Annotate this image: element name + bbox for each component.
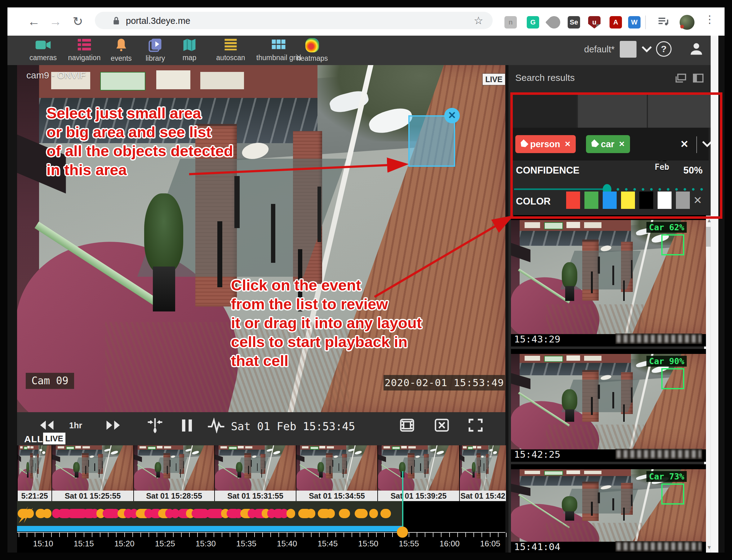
search-result-thumb[interactable]: Car 90%15:42:25 xyxy=(511,349,706,462)
rewind-button[interactable] xyxy=(38,419,55,433)
chip-remove-icon[interactable]: ✕ xyxy=(619,140,625,148)
tab-today[interactable]: TODAY xyxy=(511,95,577,128)
color-swatch-5[interactable] xyxy=(639,192,653,209)
filmstrip-tile[interactable]: Sat 01 15:34:55 xyxy=(296,445,377,501)
events-activity-button[interactable] xyxy=(207,418,225,434)
event-dot-motion[interactable] xyxy=(43,509,51,518)
filmstrip-tile[interactable]: Sat 01 15:25:55 xyxy=(51,445,133,501)
fast-forward-button[interactable] xyxy=(104,419,122,433)
clear-filters-icon[interactable]: ✕ xyxy=(680,138,689,150)
color-swatch-1[interactable] xyxy=(566,192,580,209)
color-swatch-6[interactable] xyxy=(658,192,672,209)
grammarly-icon[interactable]: G xyxy=(527,16,539,29)
scene-shape xyxy=(525,471,540,474)
scene-shape xyxy=(310,446,318,450)
fullscreen-button[interactable] xyxy=(467,417,484,434)
scroll-up-icon[interactable]: ▲ xyxy=(707,218,711,224)
timeline-tick xyxy=(205,533,206,537)
area-selection-box[interactable] xyxy=(408,115,455,167)
scene-shape xyxy=(30,446,33,448)
shield-up-icon[interactable]: u1 xyxy=(588,16,601,29)
browser-reload-button[interactable]: ↻ xyxy=(69,13,86,30)
scrollbar-thumb[interactable] xyxy=(706,227,711,247)
scene-shape xyxy=(27,446,30,448)
filmstrip-preview-frame xyxy=(215,445,296,491)
filmstrip-tile[interactable]: Sat 01 15:42 xyxy=(459,445,506,501)
scene-shape xyxy=(332,460,333,467)
scroll-down-icon[interactable]: ▼ xyxy=(707,545,711,551)
scene-shape xyxy=(157,446,162,448)
user-account-icon[interactable] xyxy=(688,41,704,58)
nav-item-navigation[interactable]: navigation xyxy=(63,38,106,62)
color-swatch-7[interactable] xyxy=(676,192,690,209)
page-scrollbar[interactable] xyxy=(711,36,718,553)
nav-item-heatmaps[interactable]: heatmaps xyxy=(292,38,332,63)
nav-item-autoscan[interactable]: autoscan xyxy=(209,38,252,62)
browser-menu-icon[interactable]: ⋮ xyxy=(704,13,715,25)
playhead-handle[interactable] xyxy=(397,527,408,538)
bookmark-star-icon[interactable]: ☆ xyxy=(474,14,483,27)
event-dot-motion[interactable] xyxy=(369,509,378,518)
expand-filters-chevron-icon[interactable] xyxy=(702,140,711,149)
layout-selector-label[interactable]: default* xyxy=(584,44,615,55)
avatar[interactable] xyxy=(680,15,695,30)
detection-box xyxy=(661,234,684,255)
reading-list-icon[interactable] xyxy=(655,15,672,32)
timeline[interactable]: 15:1015:1515:2015:2515:3015:3515:4015:45… xyxy=(17,501,505,553)
scene-shape xyxy=(229,479,270,491)
extension-gray-icon[interactable]: n xyxy=(505,16,517,29)
scene-shape xyxy=(138,450,183,456)
browser-forward-button[interactable]: → xyxy=(47,13,64,30)
nav-item-library[interactable]: library xyxy=(138,38,172,63)
chevron-down-icon[interactable] xyxy=(642,46,652,54)
popout-icon[interactable] xyxy=(675,73,686,84)
word-icon[interactable]: W xyxy=(628,16,641,29)
scene-shape xyxy=(612,498,614,511)
filmstrip-tile[interactable]: Sat 01 15:31:55 xyxy=(214,445,296,501)
tab-sat-01-feb[interactable]: Sat 01 Feb xyxy=(648,95,711,128)
grid-icon xyxy=(271,38,286,53)
main-video-cell[interactable]: cam9 - ONVIF LIVE ✕ Select just small ar… xyxy=(17,65,505,412)
filmstrip-preview-frame xyxy=(52,445,133,491)
nav-item-cameras[interactable]: cameras xyxy=(23,38,63,62)
color-swatch-3[interactable] xyxy=(603,192,617,209)
clear-color-icon[interactable]: ✕ xyxy=(693,194,702,206)
playback-speed-label[interactable]: 1hr xyxy=(69,421,82,430)
filmstrip-toggle-icon[interactable] xyxy=(399,417,416,434)
filmstrip-tile[interactable]: Sat 01 15:39:25 xyxy=(377,445,459,501)
close-cell-icon[interactable] xyxy=(433,417,451,434)
scene-shape xyxy=(488,461,489,468)
search-result-thumb[interactable]: Car 62%15:43:29 xyxy=(511,215,706,346)
color-swatch-2[interactable] xyxy=(584,192,598,209)
help-button[interactable]: ? xyxy=(656,41,672,57)
event-dot-motion[interactable] xyxy=(339,509,350,518)
layout-preview-swatch[interactable] xyxy=(620,41,637,58)
scene-shape xyxy=(544,222,563,229)
pause-button[interactable] xyxy=(181,418,193,434)
filmstrip-tile[interactable]: Sat 01 15:28:55 xyxy=(133,445,214,501)
event-dot-motion[interactable] xyxy=(286,509,295,518)
color-swatch-4[interactable] xyxy=(621,192,635,209)
filter-chip-person[interactable]: person✕ xyxy=(515,135,576,153)
event-dot-motion[interactable] xyxy=(381,509,391,518)
selection-close-icon[interactable]: ✕ xyxy=(444,108,460,123)
browser-back-button[interactable]: ← xyxy=(25,13,42,30)
chip-remove-icon[interactable]: ✕ xyxy=(565,140,571,148)
go-to-time-button[interactable] xyxy=(147,417,163,435)
event-dot-motion[interactable] xyxy=(326,509,335,518)
selenium-ide-icon[interactable]: Se xyxy=(568,16,580,29)
dock-panel-icon[interactable] xyxy=(693,73,704,84)
address-bar[interactable]: portal.3deye.me ☆ xyxy=(95,12,493,29)
search-result-thumb[interactable]: Car 73%15:41:04 xyxy=(511,464,706,553)
event-dot-motion[interactable] xyxy=(306,509,315,518)
extension-drop-icon[interactable] xyxy=(545,14,563,31)
timeline-mode-live[interactable]: LIVE xyxy=(43,433,65,444)
event-dot-motion[interactable] xyxy=(355,509,368,518)
nav-item-events[interactable]: events xyxy=(104,38,138,63)
timeline-mode-all[interactable]: ALL xyxy=(24,434,43,444)
acrobat-icon[interactable]: A xyxy=(610,16,622,29)
filmstrip-tile[interactable]: 5:21:25 xyxy=(17,445,51,501)
nav-item-map[interactable]: map xyxy=(172,38,206,62)
tab-yesterday[interactable]: YESTERDAY xyxy=(578,95,647,128)
filter-chip-car[interactable]: car✕ xyxy=(586,135,630,153)
